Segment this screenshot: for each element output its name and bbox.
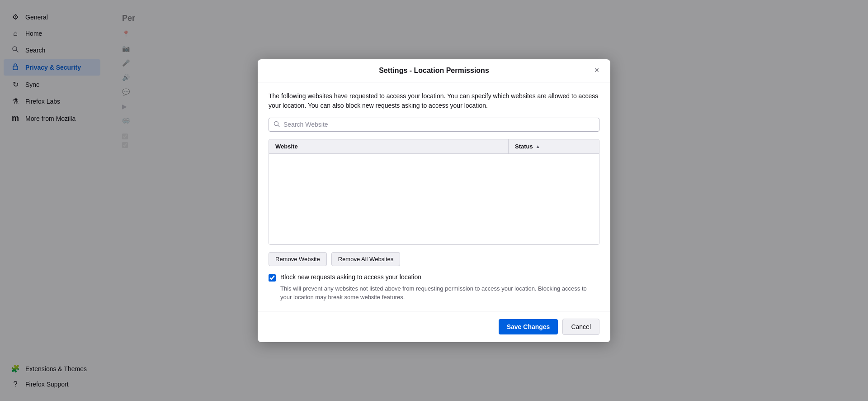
table-header-status[interactable]: Status ▲ (509, 139, 599, 153)
dialog-footer: Save Changes Cancel (258, 311, 610, 342)
dialog-header: Settings - Location Permissions × (258, 59, 610, 82)
block-requests-row: Block new requests asking to access your… (269, 273, 599, 282)
search-website-input[interactable] (283, 121, 594, 128)
table-header: Website Status ▲ (269, 139, 599, 154)
remove-website-button[interactable]: Remove Website (269, 252, 327, 266)
dialog-description: The following websites have requested to… (269, 91, 599, 110)
dialog-title: Settings - Location Permissions (379, 67, 489, 75)
permissions-table: Website Status ▲ (269, 139, 599, 245)
dialog-location-permissions: Settings - Location Permissions × The fo… (258, 59, 610, 342)
table-body (269, 154, 599, 244)
block-requests-label[interactable]: Block new requests asking to access your… (280, 273, 421, 281)
search-box (269, 118, 599, 132)
overlay: Settings - Location Permissions × The fo… (0, 0, 868, 401)
action-buttons: Remove Website Remove All Websites (269, 252, 599, 266)
checkbox-section: Block new requests asking to access your… (269, 273, 599, 302)
search-icon (274, 121, 280, 129)
remove-all-websites-button[interactable]: Remove All Websites (331, 252, 401, 266)
table-header-website: Website (269, 139, 509, 153)
sort-icon: ▲ (536, 144, 540, 149)
save-changes-button[interactable]: Save Changes (499, 319, 558, 334)
block-requests-description: This will prevent any websites not liste… (269, 284, 599, 302)
close-button[interactable]: × (590, 64, 603, 77)
svg-line-4 (278, 125, 280, 127)
cancel-button[interactable]: Cancel (562, 319, 599, 335)
dialog-body: The following websites have requested to… (258, 82, 610, 311)
block-requests-checkbox[interactable] (269, 274, 276, 282)
